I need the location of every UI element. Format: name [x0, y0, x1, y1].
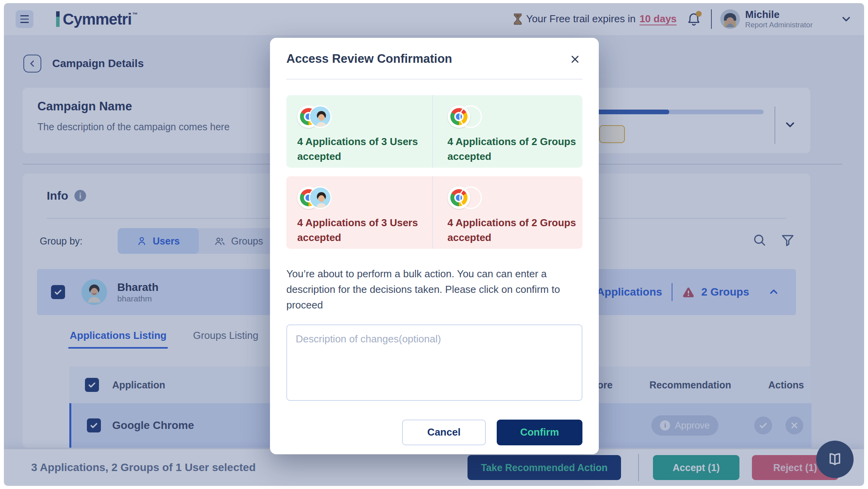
modal-title: Access Review Confirmation [286, 52, 452, 66]
access-review-confirmation-modal: Access Review Confirmation 4 Application… [270, 38, 599, 454]
accepted-users-text: 4 Applications of 3 Users accepted [297, 134, 426, 164]
avatar-cluster [448, 186, 483, 210]
modal-body-text: You’re about to perform a bulk action. Y… [286, 266, 582, 313]
avatar-cluster [297, 186, 333, 210]
screen: Cymmetri ™ Your Free trail expires in 10… [0, 0, 868, 489]
rejected-summary-card: 4 Applications of 3 Users accepted 4 App… [286, 176, 582, 249]
description-input[interactable] [286, 324, 582, 401]
close-icon [569, 53, 581, 65]
rejected-users-text: 4 Applications of 3 Users accepted [297, 215, 426, 245]
rejected-users-summary: 4 Applications of 3 Users accepted [286, 176, 432, 249]
modal-divider [286, 79, 582, 80]
accepted-users-summary: 4 Applications of 3 Users accepted [286, 95, 432, 168]
accepted-groups-summary: 4 Applications of 2 Groups accepted [432, 95, 583, 168]
confirm-button[interactable]: Confirm [497, 420, 582, 445]
avatar-cluster [448, 105, 483, 129]
avatar-cluster [297, 105, 333, 129]
group-avatar [459, 105, 482, 128]
user-avatar [309, 186, 332, 209]
rejected-groups-summary: 4 Applications of 2 Groups accepted [432, 176, 583, 249]
user-avatar [309, 105, 332, 128]
modal-actions: Cancel Confirm [286, 420, 582, 445]
group-avatar [459, 186, 482, 209]
cancel-button[interactable]: Cancel [402, 420, 486, 445]
accepted-summary-card: 4 Applications of 3 Users accepted 4 App… [286, 95, 582, 168]
accepted-groups-text: 4 Applications of 2 Groups accepted [448, 134, 576, 164]
modal-close-button[interactable] [568, 52, 582, 68]
rejected-groups-text: 4 Applications of 2 Groups accepted [448, 215, 576, 245]
